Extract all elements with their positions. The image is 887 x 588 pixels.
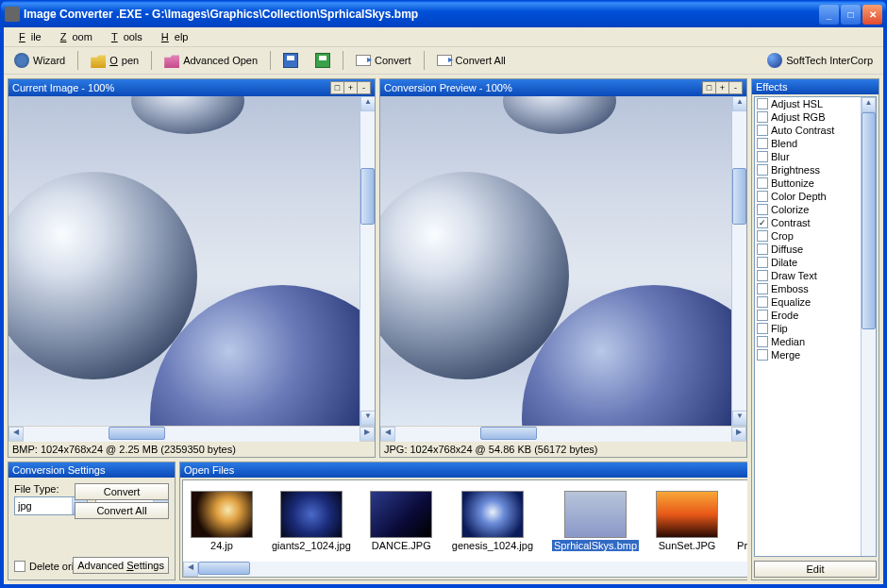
vscroll-down[interactable]: ▼	[360, 411, 375, 426]
effect-item[interactable]: Blur	[755, 150, 876, 163]
maximize-button[interactable]: □	[841, 5, 861, 25]
menu-zoom[interactable]: Zoom	[49, 29, 98, 44]
effect-checkbox[interactable]	[757, 164, 768, 176]
effect-checkbox[interactable]	[757, 98, 768, 109]
menu-help[interactable]: Help	[150, 29, 194, 44]
zoom-out-button[interactable]: -	[357, 81, 371, 94]
file-thumbnail[interactable]: PreviewImage.jpg	[735, 491, 747, 551]
hscroll-track[interactable]	[395, 427, 731, 442]
effect-checkbox[interactable]	[757, 191, 768, 202]
effect-item[interactable]: Colorize	[755, 203, 876, 216]
menu-tools[interactable]: Tools	[100, 29, 148, 44]
settings-convert-button[interactable]: Convert	[75, 483, 169, 500]
effect-checkbox[interactable]	[757, 125, 768, 136]
menu-file[interactable]: File	[8, 29, 47, 44]
hscroll-left[interactable]: ◀	[380, 427, 395, 442]
hscroll-thumb[interactable]	[480, 427, 537, 440]
open-button[interactable]: Open	[84, 50, 145, 71]
vscroll-thumb[interactable]	[732, 168, 746, 225]
vscroll-track[interactable]	[732, 111, 746, 411]
effect-checkbox[interactable]: ✓	[757, 217, 768, 228]
vscroll-track[interactable]	[360, 111, 375, 411]
convert-all-button[interactable]: Convert All	[430, 52, 512, 69]
settings-convert-all-button[interactable]: Convert All	[75, 502, 169, 519]
effect-checkbox[interactable]	[757, 257, 768, 268]
panel-maximize-button[interactable]: □	[702, 81, 716, 94]
file-thumbnail[interactable]: genesis_1024.jpg	[450, 491, 535, 551]
effect-item[interactable]: Draw Text	[755, 269, 876, 282]
effect-item[interactable]: Median	[755, 335, 876, 348]
hscroll-track[interactable]	[24, 427, 360, 442]
effect-checkbox[interactable]	[757, 204, 768, 215]
effect-checkbox[interactable]	[757, 310, 768, 321]
effect-label: Blend	[771, 138, 797, 149]
effect-checkbox[interactable]	[757, 283, 768, 294]
effect-checkbox[interactable]	[757, 244, 768, 255]
effect-checkbox[interactable]	[757, 323, 768, 334]
convert-button[interactable]: Convert	[349, 52, 418, 69]
effect-checkbox[interactable]	[757, 177, 768, 189]
file-type-input[interactable]	[15, 497, 72, 514]
file-thumbnail[interactable]: SprhicalSkys.bmp	[552, 491, 639, 551]
advanced-settings-button[interactable]: Advanced Settings	[73, 557, 169, 574]
effects-scroll-up[interactable]: ▲	[862, 97, 876, 112]
vscroll-up[interactable]: ▲	[360, 96, 375, 111]
vscroll-up[interactable]: ▲	[732, 96, 746, 111]
zoom-in-button[interactable]: +	[715, 81, 729, 94]
file-thumbnail[interactable]: giants2_1024.jpg	[270, 491, 353, 551]
hscroll-right[interactable]: ▶	[360, 427, 375, 442]
save-button-2[interactable]	[309, 50, 337, 71]
titlebar[interactable]: Image Converter .EXE - G:\Images\Graphic…	[1, 1, 886, 27]
effect-item[interactable]: Buttonize	[755, 176, 876, 190]
delete-originals-checkbox[interactable]	[14, 561, 25, 572]
effect-item[interactable]: Crop	[755, 229, 876, 243]
file-thumbnail[interactable]: 24.jp	[191, 491, 253, 551]
effect-item[interactable]: Adjust RGB	[755, 110, 876, 124]
files-hscroll-track[interactable]	[198, 562, 747, 577]
effect-item[interactable]: Adjust HSL	[755, 97, 876, 110]
zoom-in-button[interactable]: +	[343, 81, 358, 94]
advanced-open-button[interactable]: Advanced Open	[158, 50, 264, 71]
effect-item[interactable]: Diffuse	[755, 243, 876, 256]
current-image-view[interactable]	[8, 96, 360, 426]
close-button[interactable]: ✕	[862, 5, 882, 25]
files-hscroll-thumb[interactable]	[198, 562, 250, 575]
file-thumbnail[interactable]: SunSet.JPG	[656, 491, 718, 551]
effect-checkbox[interactable]	[757, 111, 768, 123]
effects-scroll-thumb[interactable]	[862, 112, 876, 329]
effect-checkbox[interactable]	[757, 270, 768, 281]
brand-link[interactable]: SoftTech InterCorp	[761, 50, 879, 71]
effect-checkbox[interactable]	[757, 349, 768, 361]
effect-checkbox[interactable]	[757, 230, 768, 242]
effect-item[interactable]: Erode	[755, 309, 876, 322]
effect-item[interactable]: Color Depth	[755, 190, 876, 203]
minimize-button[interactable]: _	[819, 5, 839, 25]
zoom-out-button[interactable]: -	[728, 81, 743, 94]
save-button-1[interactable]	[276, 50, 305, 71]
effect-item[interactable]: Merge	[755, 348, 876, 361]
effect-item[interactable]: Auto Contrast	[755, 124, 876, 137]
hscroll-right[interactable]: ▶	[731, 427, 746, 442]
vscroll-thumb[interactable]	[360, 168, 375, 225]
effect-checkbox[interactable]	[757, 151, 768, 162]
effect-item[interactable]: Blend	[755, 137, 876, 150]
preview-image-view[interactable]	[380, 96, 731, 426]
effect-item[interactable]: Flip	[755, 322, 876, 335]
effect-checkbox[interactable]	[757, 138, 768, 149]
effects-edit-button[interactable]: Edit	[754, 561, 877, 578]
hscroll-thumb[interactable]	[109, 427, 165, 440]
hscroll-left[interactable]: ◀	[8, 427, 24, 442]
effects-list[interactable]: Adjust HSLAdjust RGBAuto ContrastBlendBl…	[754, 96, 877, 557]
effect-item[interactable]: ✓Contrast	[755, 216, 876, 229]
effect-checkbox[interactable]	[757, 336, 768, 347]
files-hscroll-left[interactable]: ◀	[183, 562, 198, 577]
panel-maximize-button[interactable]: □	[330, 81, 344, 94]
effect-item[interactable]: Dilate	[755, 256, 876, 269]
effect-item[interactable]: Equalize	[755, 295, 876, 309]
wizard-button[interactable]: Wizard	[8, 50, 72, 71]
effect-item[interactable]: Brightness	[755, 163, 876, 176]
effect-item[interactable]: Emboss	[755, 282, 876, 295]
effect-checkbox[interactable]	[757, 296, 768, 308]
file-thumbnail[interactable]: DANCE.JPG	[370, 491, 433, 551]
vscroll-down[interactable]: ▼	[732, 411, 746, 426]
